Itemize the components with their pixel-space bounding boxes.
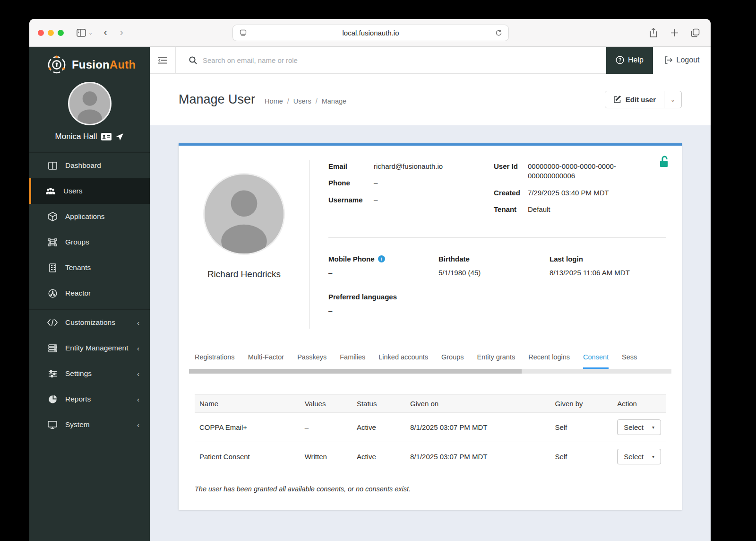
fusionauth-logo[interactable]: FusionAuth <box>29 47 150 78</box>
edit-user-split-button: Edit user ⌄ <box>605 91 682 108</box>
unlocked-icon[interactable] <box>659 155 670 168</box>
sidebar-item-label: Applications <box>65 212 105 221</box>
zoom-window-button[interactable] <box>58 30 64 36</box>
tab-overview-icon[interactable] <box>688 26 702 40</box>
chevron-down-icon[interactable]: ⌄ <box>88 30 93 36</box>
tab-consent[interactable]: Consent <box>583 353 609 369</box>
chevron-left-icon: ‹ <box>137 344 139 352</box>
new-tab-icon[interactable] <box>667 26 681 40</box>
sidebar-item-applications[interactable]: Applications <box>29 204 150 229</box>
username-label: Username <box>328 195 374 205</box>
url-text[interactable]: local.fusionauth.io <box>248 29 493 37</box>
tenant-value: Default <box>528 205 628 214</box>
info-icon[interactable]: i <box>378 255 385 262</box>
forward-button[interactable]: › <box>113 26 129 39</box>
last-login-label: Last login <box>550 255 630 263</box>
table-row: COPPA Email+ – Active 8/1/2025 03:07 PM … <box>195 413 666 442</box>
phone-value: – <box>374 178 378 188</box>
consent-given-on: 8/1/2025 03:07 PM MDT <box>405 413 550 442</box>
phone-label: Phone <box>328 178 374 188</box>
sidebar-toggle-icon[interactable] <box>74 26 88 40</box>
close-window-button[interactable] <box>38 30 44 36</box>
breadcrumb-manage: Manage <box>322 97 346 105</box>
sidebar-item-settings[interactable]: Settings ‹ <box>29 361 150 386</box>
avatar[interactable] <box>68 82 112 125</box>
reader-icon[interactable] <box>238 28 248 38</box>
table-row: Patient Consent Written Active 8/1/2025 … <box>195 442 666 471</box>
dashboard-icon <box>47 162 58 170</box>
col-given-by: Given by <box>550 395 612 413</box>
help-button[interactable]: Help <box>606 47 653 74</box>
sidebar-item-groups[interactable]: Groups <box>29 229 150 255</box>
location-arrow-icon[interactable] <box>116 133 124 141</box>
tabs-scrollbar[interactable] <box>189 369 671 374</box>
tenant-label: Tenant <box>494 205 528 214</box>
reload-icon[interactable] <box>493 28 504 38</box>
tab-entity-grants[interactable]: Entity grants <box>477 353 515 369</box>
col-given-on: Given on <box>405 395 550 413</box>
tab-groups[interactable]: Groups <box>441 353 464 369</box>
tabs-scrollbar-thumb[interactable] <box>189 369 522 374</box>
user-card: Richard Hendricks Emailrichard@fusionaut… <box>179 143 682 510</box>
sidebar-item-users[interactable]: Users <box>29 178 150 204</box>
tab-passkeys[interactable]: Passkeys <box>297 353 326 369</box>
tab-sessions[interactable]: Sess <box>622 353 637 369</box>
consent-given-by: Self <box>550 442 612 471</box>
server-icon <box>47 344 58 352</box>
search-icon <box>189 56 197 64</box>
search-input[interactable] <box>203 56 430 64</box>
main-area: Help Logout Manage User Home / Users <box>150 47 711 541</box>
last-login-value: 8/13/2025 11:06 AM MDT <box>550 269 630 277</box>
sidebar-groups: Customizations ‹ Entity Management ‹ <box>29 310 150 437</box>
traffic-lights <box>38 30 64 36</box>
pie-chart-icon <box>47 395 58 404</box>
sidebar-item-label: Tenants <box>65 263 91 272</box>
birthdate-value: 5/1/1980 (45) <box>438 269 550 277</box>
address-bar[interactable]: local.fusionauth.io <box>232 25 509 41</box>
user-photo-column: Richard Hendricks <box>179 160 310 329</box>
consents-footnote: The user has been granted all available … <box>195 485 666 493</box>
chevron-left-icon: ‹ <box>137 421 139 429</box>
tab-recent-logins[interactable]: Recent logins <box>528 353 570 369</box>
select-action-button[interactable]: Select▾ <box>617 449 661 464</box>
chevron-left-icon: ‹ <box>137 319 139 327</box>
sidebar-item-dashboard[interactable]: Dashboard <box>29 153 150 178</box>
created-label: Created <box>494 188 528 198</box>
back-button[interactable]: ‹ <box>97 26 113 39</box>
sidebar-item-reports[interactable]: Reports ‹ <box>29 386 150 412</box>
browser-chrome: ⌄ ‹ › local.fusionauth.io <box>29 19 711 47</box>
consent-status: Active <box>352 413 405 442</box>
sidebar-item-label: Reactor <box>65 289 91 297</box>
tab-multi-factor[interactable]: Multi-Factor <box>248 353 284 369</box>
users-icon <box>45 187 56 195</box>
building-icon <box>47 263 58 272</box>
select-action-button[interactable]: Select▾ <box>617 419 661 435</box>
sidebar: FusionAuth Monica Hall <box>29 47 150 541</box>
edit-user-dropdown-toggle[interactable]: ⌄ <box>664 91 681 108</box>
email-value: richard@fusionauth.io <box>374 162 443 171</box>
minimize-window-button[interactable] <box>48 30 54 36</box>
consents-table: Name Values Status Given on Given by Act… <box>195 394 666 471</box>
sidebar-item-entity-management[interactable]: Entity Management ‹ <box>29 335 150 361</box>
tab-families[interactable]: Families <box>340 353 365 369</box>
sidebar-item-tenants[interactable]: Tenants <box>29 255 150 280</box>
sidebar-item-label: System <box>65 420 90 429</box>
col-status: Status <box>352 395 405 413</box>
sidebar-item-system[interactable]: System ‹ <box>29 412 150 437</box>
sidebar-item-label: Entity Management <box>65 344 129 352</box>
id-card-icon[interactable] <box>101 133 112 140</box>
object-group-icon <box>47 238 58 246</box>
breadcrumb-users[interactable]: Users <box>293 97 311 105</box>
edit-user-button[interactable]: Edit user <box>605 91 664 108</box>
collapse-sidebar-icon[interactable] <box>150 57 175 64</box>
sidebar-item-reactor[interactable]: Reactor <box>29 280 150 306</box>
sidebar-item-label: Dashboard <box>65 161 101 170</box>
share-icon[interactable] <box>646 26 661 40</box>
sidebar-item-customizations[interactable]: Customizations ‹ <box>29 310 150 335</box>
breadcrumb-home[interactable]: Home <box>265 97 283 105</box>
logout-button[interactable]: Logout <box>653 47 711 74</box>
sidebar-item-label: Customizations <box>65 318 115 327</box>
topbar: Help Logout <box>150 47 711 74</box>
tab-linked-accounts[interactable]: Linked accounts <box>378 353 428 369</box>
tab-registrations[interactable]: Registrations <box>195 353 235 369</box>
